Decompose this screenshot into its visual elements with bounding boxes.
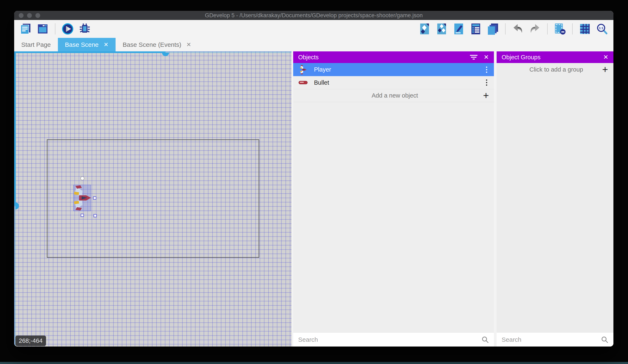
close-icon[interactable]: ✕ <box>186 42 191 48</box>
vertical-scrollbar-thumb[interactable] <box>15 202 19 209</box>
zoom-1-1-icon[interactable]: 1:1 <box>596 23 608 35</box>
vertical-scrollbar[interactable] <box>14 51 16 206</box>
object-groups-panel: Object Groups ✕ Click to add a group + <box>497 51 614 347</box>
desktop-wallpaper-strip <box>0 362 628 364</box>
title-bar: GDevelop 5 - /Users/dkarakay/Documents/G… <box>14 11 614 20</box>
add-object-label: Add a new object <box>298 92 483 99</box>
groups-search-input[interactable] <box>502 336 601 343</box>
undo-icon[interactable] <box>512 23 524 35</box>
open-instances-list-icon[interactable] <box>470 23 482 35</box>
window-title: GDevelop 5 - /Users/dkarakay/Documents/G… <box>14 12 614 19</box>
open-layers-panel-icon[interactable] <box>487 23 499 35</box>
object-name: Player <box>314 66 478 73</box>
tab-start-page[interactable]: Start Page <box>14 38 58 51</box>
editor-tabs: Start Page Base Scene ✕ Base Scene (Even… <box>14 38 614 51</box>
horizontal-scrollbar[interactable] <box>14 51 165 53</box>
open-properties-panel-icon[interactable] <box>453 23 465 35</box>
search-icon[interactable] <box>481 336 489 343</box>
objects-search-input[interactable] <box>298 336 481 343</box>
vertical-scrollbar-track[interactable] <box>14 206 16 347</box>
object-groups-panel-title: Object Groups <box>502 54 597 61</box>
toolbar-divider <box>572 23 573 35</box>
close-icon[interactable]: ✕ <box>603 54 608 60</box>
toolbar-right-group: 1:1 <box>418 23 608 35</box>
tab-base-scene-events[interactable]: Base Scene (Events) ✕ <box>116 38 198 51</box>
objects-panel: Objects ✕ Player <box>293 51 494 347</box>
svg-text:1:1: 1:1 <box>599 26 603 30</box>
toggle-window-mask-icon[interactable] <box>554 23 566 35</box>
search-icon[interactable] <box>601 336 608 343</box>
open-object-groups-panel-icon[interactable] <box>436 23 448 35</box>
horizontal-scrollbar-thumb[interactable] <box>162 53 169 56</box>
main-toolbar: 1:1 <box>14 20 614 38</box>
redo-icon[interactable] <box>529 23 541 35</box>
object-menu-icon[interactable] <box>484 79 489 86</box>
toolbar-left-group <box>20 23 91 35</box>
cursor-coordinates-badge: 268;-464 <box>15 336 46 346</box>
toolbar-divider <box>505 23 506 35</box>
close-icon[interactable]: ✕ <box>484 54 489 60</box>
start-page-icon[interactable] <box>37 23 49 35</box>
scene-editor-canvas[interactable]: 268;-464 <box>14 51 292 347</box>
toggle-grid-icon[interactable] <box>579 23 591 35</box>
resize-handle-bottom[interactable] <box>80 214 84 217</box>
player-instance-sprite[interactable] <box>73 185 91 212</box>
tab-label: Start Page <box>21 41 51 48</box>
add-object-row[interactable]: Add a new object + <box>293 89 494 102</box>
tab-label: Base Scene <box>65 41 99 48</box>
plus-icon[interactable]: + <box>483 92 489 99</box>
gdevelop-window: GDevelop 5 - /Users/dkarakay/Documents/G… <box>14 11 614 347</box>
object-menu-icon[interactable] <box>484 66 489 73</box>
project-manager-icon[interactable] <box>20 23 32 35</box>
object-groups-panel-header: Object Groups ✕ <box>497 51 614 63</box>
player-thumbnail <box>298 65 308 75</box>
groups-search-bar <box>497 333 614 347</box>
toolbar-divider <box>55 23 55 35</box>
object-row-player[interactable]: Player <box>293 63 494 76</box>
debugger-icon[interactable] <box>79 23 91 35</box>
objects-search-bar <box>293 333 494 347</box>
bullet-thumbnail <box>298 78 308 88</box>
toolbar-divider <box>547 23 548 35</box>
add-group-label: Click to add a group <box>502 66 602 73</box>
close-icon[interactable]: ✕ <box>104 42 108 48</box>
plus-icon[interactable]: + <box>602 65 608 73</box>
resize-handle-corner[interactable] <box>93 214 97 217</box>
tab-base-scene[interactable]: Base Scene ✕ <box>58 38 116 51</box>
object-row-bullet[interactable]: Bullet <box>293 76 494 89</box>
open-objects-panel-icon[interactable] <box>418 23 431 35</box>
objects-panel-title: Objects <box>298 54 464 61</box>
resize-handle-right[interactable] <box>93 196 96 200</box>
object-name: Bullet <box>314 79 478 86</box>
horizontal-scrollbar-track[interactable] <box>165 51 292 53</box>
objects-panel-header: Objects ✕ <box>293 51 494 63</box>
tab-label: Base Scene (Events) <box>123 41 181 48</box>
play-preview-icon[interactable] <box>62 23 74 35</box>
add-group-row[interactable]: Click to add a group + <box>497 63 614 76</box>
filter-icon[interactable] <box>470 55 477 60</box>
rotate-handle[interactable] <box>80 176 84 180</box>
